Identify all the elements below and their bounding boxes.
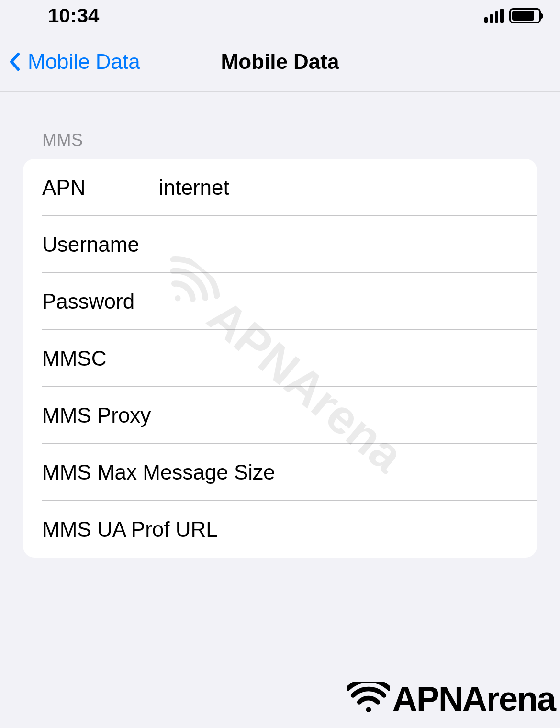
mmsc-row[interactable]: MMSC xyxy=(23,330,537,387)
back-button[interactable]: Mobile Data xyxy=(0,50,140,74)
apn-row[interactable]: APN internet xyxy=(23,159,537,216)
footer-logo: APNArena xyxy=(347,679,555,718)
footer-text: APNArena xyxy=(392,679,555,718)
content-area: MMS APN internet Username Password MMSC … xyxy=(0,92,560,558)
apn-value: internet xyxy=(157,176,229,200)
apn-label: APN xyxy=(42,176,157,200)
back-label: Mobile Data xyxy=(28,50,140,74)
status-icons xyxy=(484,8,541,23)
battery-icon xyxy=(509,8,541,23)
navigation-bar: Mobile Data Mobile Data xyxy=(0,32,560,92)
username-label: Username xyxy=(42,233,157,257)
mms-ua-prof-row[interactable]: MMS UA Prof URL xyxy=(23,501,537,558)
mms-proxy-label: MMS Proxy xyxy=(42,403,157,427)
username-row[interactable]: Username xyxy=(23,216,537,273)
section-header: MMS xyxy=(23,92,537,159)
chevron-left-icon xyxy=(9,52,20,71)
mms-ua-prof-label: MMS UA Prof URL xyxy=(42,517,218,541)
status-bar: 10:34 xyxy=(0,0,560,32)
status-time: 10:34 xyxy=(48,4,99,27)
signal-icon xyxy=(484,9,504,23)
mms-max-size-row[interactable]: MMS Max Message Size xyxy=(23,444,537,501)
mmsc-label: MMSC xyxy=(42,347,157,370)
mms-max-size-label: MMS Max Message Size xyxy=(42,460,275,484)
wifi-icon xyxy=(347,682,390,716)
settings-group: APN internet Username Password MMSC MMS … xyxy=(23,159,537,558)
page-title: Mobile Data xyxy=(221,50,339,74)
password-label: Password xyxy=(42,290,157,314)
password-row[interactable]: Password xyxy=(23,273,537,330)
mms-proxy-row[interactable]: MMS Proxy xyxy=(23,387,537,444)
